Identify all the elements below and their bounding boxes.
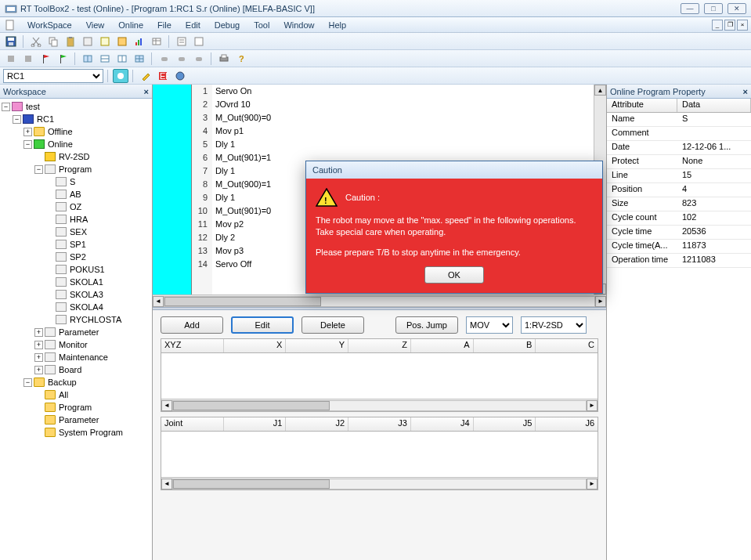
tree-maintenance[interactable]: +Maintenance (2, 351, 150, 363)
menu-view[interactable]: View (79, 19, 112, 31)
rect3-icon[interactable] (191, 52, 207, 66)
tree-program[interactable]: −Program (2, 163, 150, 175)
sim-tool-icon[interactable] (113, 69, 128, 83)
property-table[interactable]: Attribute Data NameSCommentDate12-12-06 … (607, 99, 751, 560)
prop-header-data: Data (677, 99, 751, 112)
robot-combo[interactable]: RC1 (3, 69, 103, 83)
prop-row-protect[interactable]: ProtectNone (607, 155, 751, 169)
table-icon[interactable] (149, 34, 164, 49)
tree-board[interactable]: +Board (2, 363, 150, 376)
stop-icon[interactable] (3, 52, 19, 66)
menu-tool[interactable]: Tool (247, 19, 276, 31)
tool-c-icon[interactable] (114, 34, 130, 49)
flag-green-icon[interactable] (55, 52, 70, 66)
menu-edit[interactable]: Edit (179, 19, 208, 31)
panel1-icon[interactable] (80, 52, 96, 66)
menu-file[interactable]: File (150, 19, 179, 31)
property-close-button[interactable]: × (743, 87, 748, 96)
xyz-table[interactable]: XYZXYZABC ◄► (161, 338, 598, 412)
menu-help[interactable]: Help (322, 19, 354, 31)
cut-icon[interactable] (28, 34, 44, 49)
flag-red-icon[interactable] (38, 52, 53, 66)
prop-row-cycle-count[interactable]: Cycle count102 (607, 211, 751, 226)
paste-icon[interactable] (63, 34, 78, 49)
workspace-tree[interactable]: −test−RC1+Offline−OnlineRV-2SD−ProgramSA… (0, 99, 152, 560)
tree-rv2sd[interactable]: RV-2SD (2, 150, 150, 163)
tree-offline[interactable]: +Offline (2, 125, 150, 138)
tree-prog-pokus1[interactable]: POKUS1 (2, 263, 150, 276)
code-hscroll[interactable]: ◄ ► (153, 294, 606, 307)
tree-rc1[interactable]: −RC1 (2, 113, 150, 125)
close-button[interactable]: ✕ (728, 3, 746, 14)
prop-row-comment[interactable]: Comment (607, 127, 751, 141)
tree-prog-skola3[interactable]: SKOLA3 (2, 288, 150, 301)
mov-combo[interactable]: MOV (466, 316, 513, 334)
tree-parameter[interactable]: +Parameter (2, 326, 150, 338)
tool-a-icon[interactable] (80, 34, 96, 49)
doc-list-icon[interactable] (174, 34, 190, 49)
err-tool-icon[interactable]: ERR (155, 69, 171, 83)
tree-backup-system-program[interactable]: System Program (2, 426, 150, 439)
tree-root[interactable]: −test (2, 100, 150, 113)
pos-jump-button[interactable]: Pos. Jump (395, 316, 458, 334)
menu-debug[interactable]: Debug (208, 19, 247, 31)
joint-table[interactable]: JointJ1J2J3J4J5J6 ◄► (161, 417, 598, 490)
panel3-icon[interactable] (114, 52, 130, 66)
rect1-icon[interactable] (157, 52, 172, 66)
dialog-title-bar[interactable]: Caution (306, 161, 602, 179)
tree-backup-all[interactable]: All (2, 388, 150, 401)
save-icon[interactable] (3, 34, 19, 49)
globe-tool-icon[interactable] (172, 69, 188, 83)
tree-prog-s[interactable]: S (2, 175, 150, 188)
mdi-close-button[interactable]: × (737, 20, 748, 31)
mdi-minimize-button[interactable]: _ (712, 20, 723, 31)
prop-row-cycle-time-a---[interactable]: Cycle time(A...11873 (607, 240, 751, 254)
panel4-icon[interactable] (132, 52, 147, 66)
tree-prog-ab[interactable]: AB (2, 188, 150, 201)
workspace-close-button[interactable]: × (144, 87, 149, 96)
tree-backup-parameter[interactable]: Parameter (2, 414, 150, 426)
chart-icon[interactable] (132, 34, 147, 49)
prop-row-size[interactable]: Size823 (607, 197, 751, 211)
tree-backup-program[interactable]: Program (2, 401, 150, 414)
prop-row-date[interactable]: Date12-12-06 1... (607, 141, 751, 155)
add-button[interactable]: Add (161, 316, 223, 334)
maximize-button[interactable]: □ (704, 3, 723, 14)
prop-row-line[interactable]: Line15 (607, 169, 751, 183)
dialog-ok-button[interactable]: OK (424, 266, 484, 284)
print-icon[interactable] (216, 52, 232, 66)
tree-prog-hra[interactable]: HRA (2, 213, 150, 226)
tool-b-icon[interactable] (97, 34, 113, 49)
prop-row-name[interactable]: NameS (607, 113, 751, 127)
mdi-restore-button[interactable]: ❐ (724, 20, 735, 31)
tree-prog-skola1[interactable]: SKOLA1 (2, 276, 150, 288)
delete-button[interactable]: Delete (301, 316, 364, 334)
tree-monitor[interactable]: +Monitor (2, 338, 150, 351)
warning-icon: ! (316, 188, 338, 207)
stop2-icon[interactable] (20, 52, 36, 66)
minimize-button[interactable]: — (681, 3, 699, 14)
menu-online[interactable]: Online (111, 19, 150, 31)
copy-icon[interactable] (45, 34, 61, 49)
tree-prog-skola4[interactable]: SKOLA4 (2, 301, 150, 313)
panel2-icon[interactable] (97, 52, 113, 66)
tree-prog-sex[interactable]: SEX (2, 226, 150, 238)
doc-list2-icon[interactable] (191, 34, 207, 49)
edit-tool-icon[interactable] (138, 69, 153, 83)
menu-workspace[interactable]: WorkSpace (20, 19, 79, 31)
tree-prog-rychlosta[interactable]: RYCHLOSTA (2, 313, 150, 326)
tree-prog-sp2[interactable]: SP2 (2, 251, 150, 263)
tree-prog-sp1[interactable]: SP1 (2, 238, 150, 251)
tree-prog-oz[interactable]: OZ (2, 201, 150, 213)
edit-button[interactable]: Edit (231, 316, 294, 334)
svg-rect-16 (138, 40, 139, 45)
help-icon[interactable]: ? (233, 52, 249, 66)
prop-row-operation-time[interactable]: Operation time1211083 (607, 254, 751, 268)
prop-row-position[interactable]: Position4 (607, 183, 751, 197)
tree-online[interactable]: −Online (2, 138, 150, 150)
prop-row-cycle-time[interactable]: Cycle time20536 (607, 226, 751, 240)
robot-pos-combo[interactable]: 1:RV-2SD (521, 316, 587, 334)
tree-backup[interactable]: −Backup (2, 376, 150, 388)
menu-window[interactable]: Window (276, 19, 321, 31)
rect2-icon[interactable] (174, 52, 190, 66)
